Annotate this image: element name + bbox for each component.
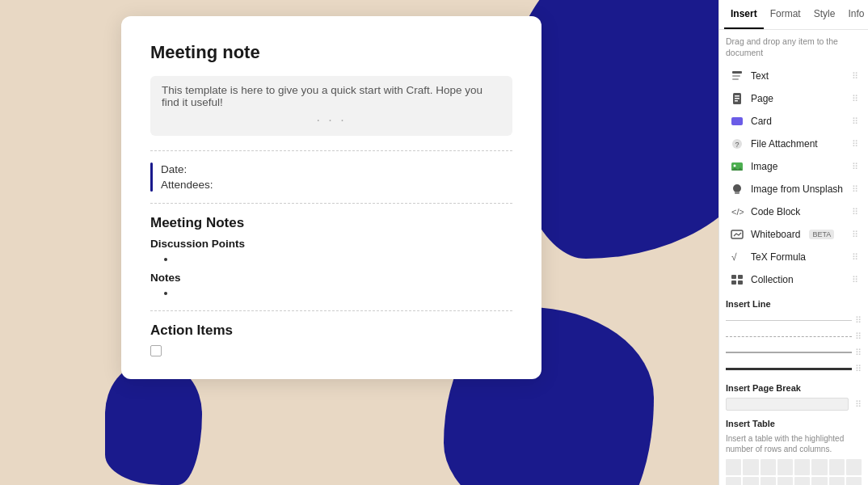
discussion-points-heading: Discussion Points [150, 238, 512, 250]
meeting-notes-heading: Meeting Notes [150, 215, 512, 231]
code-label: Code Block [751, 206, 800, 217]
svg-rect-5 [735, 98, 739, 99]
file-icon: ? [729, 136, 745, 152]
line-medium-preview[interactable] [726, 346, 852, 359]
insert-whiteboard-item[interactable]: Whiteboard BETA ⠿ [726, 223, 862, 246]
table-cell [761, 459, 776, 474]
table-cell [829, 477, 845, 485]
canvas-area: Meeting note This template is here to gi… [0, 0, 718, 485]
unsplash-icon [729, 181, 745, 197]
tab-format[interactable]: Format [764, 0, 807, 29]
line-thick-preview[interactable] [726, 362, 852, 375]
discussion-bullet [176, 253, 512, 265]
drag-hint: Drag and drop any item to the document [726, 36, 862, 58]
line-dotted [726, 336, 852, 337]
insert-file-item[interactable]: ? File Attachment ⠿ [726, 133, 862, 155]
insert-page-break-row: ⠿ [726, 398, 862, 411]
table-cell [777, 459, 793, 474]
drag-handle-image: ⠿ [852, 162, 858, 172]
action-items-heading: Action Items [150, 323, 512, 339]
svg-rect-17 [731, 275, 736, 279]
svg-rect-18 [738, 275, 743, 279]
svg-rect-20 [738, 280, 743, 285]
line-dotted-preview[interactable] [726, 330, 852, 343]
drag-handle-text: ⠿ [852, 71, 858, 82]
svg-rect-0 [732, 71, 742, 74]
tab-info[interactable]: Info [841, 0, 868, 29]
svg-point-12 [733, 184, 741, 192]
line-medium [726, 352, 852, 353]
field-row-date: Date: Attendees: [150, 162, 512, 192]
page-break-preview[interactable] [726, 398, 849, 411]
insert-text-item[interactable]: Text ⠿ [726, 65, 862, 87]
collection-icon [729, 272, 745, 288]
svg-rect-19 [731, 280, 736, 285]
insert-table-grid[interactable] [726, 459, 862, 485]
svg-rect-7 [731, 117, 743, 125]
tab-style[interactable]: Style [807, 0, 842, 29]
insert-line-medium-row: ⠿ [726, 346, 862, 359]
subtitle-dots: · · · [162, 113, 501, 128]
table-cell [794, 477, 810, 485]
insert-page-break-title: Insert Page Break [726, 383, 862, 393]
drag-handle-collection: ⠿ [852, 275, 858, 285]
card-label: Card [751, 116, 772, 127]
svg-rect-6 [735, 100, 738, 102]
unsplash-label: Image from Unsplash [751, 183, 843, 195]
page-icon [729, 91, 745, 107]
insert-line-title: Insert Line [726, 299, 862, 309]
drag-handle-line-thick: ⠿ [855, 364, 862, 374]
insert-unsplash-item[interactable]: Image from Unsplash ⠿ [726, 178, 862, 200]
insert-tex-item[interactable]: √ TeX Formula ⠿ [726, 246, 862, 268]
action-items-section: Action Items [150, 323, 512, 356]
drag-handle-page-break: ⠿ [855, 399, 862, 410]
table-cell [743, 477, 758, 485]
table-cell [829, 459, 845, 474]
table-cell [761, 477, 776, 485]
drag-handle-unsplash: ⠿ [852, 184, 858, 195]
insert-collection-item[interactable]: Collection ⠿ [726, 268, 862, 291]
drag-handle-line-dotted: ⠿ [855, 331, 862, 342]
line-thin-preview[interactable] [726, 314, 852, 327]
svg-rect-2 [732, 78, 739, 80]
insert-image-item[interactable]: Image ⠿ [726, 155, 862, 178]
file-label: File Attachment [751, 138, 818, 150]
attendees-label: Attendees: [161, 179, 213, 191]
text-label: Text [751, 70, 769, 82]
tex-label: TeX Formula [751, 251, 806, 263]
whiteboard-icon [729, 226, 745, 242]
date-label: Date: [161, 163, 213, 175]
subtitle-box: This template is here to give you a quic… [150, 76, 512, 136]
image-label: Image [751, 161, 777, 172]
table-cell [726, 477, 741, 485]
tab-insert[interactable]: Insert [724, 0, 764, 29]
action-checkbox[interactable] [150, 345, 162, 356]
whiteboard-label: Whiteboard [751, 229, 800, 240]
line-thick [726, 368, 852, 370]
insert-page-item[interactable]: Page ⠿ [726, 87, 862, 110]
svg-text:?: ? [735, 141, 739, 149]
table-cell [846, 459, 862, 474]
document-title: Meeting note [150, 42, 512, 63]
drag-handle-page: ⠿ [852, 94, 858, 104]
panel-tabs: Insert Format Style Info [719, 0, 868, 30]
table-cell [846, 477, 862, 485]
table-cell [777, 477, 793, 485]
drag-handle-tex: ⠿ [852, 252, 858, 263]
table-cell [811, 477, 827, 485]
card-icon [729, 113, 745, 129]
drag-handle-whiteboard: ⠿ [852, 230, 858, 240]
divider-1 [150, 150, 512, 151]
text-icon [729, 68, 745, 84]
drag-handle-line-medium: ⠿ [855, 348, 862, 358]
svg-rect-4 [735, 95, 739, 97]
drag-handle-file: ⠿ [852, 139, 858, 150]
code-icon: </> [729, 204, 745, 220]
insert-code-item[interactable]: </> Code Block ⠿ [726, 200, 862, 223]
insert-card-item[interactable]: Card ⠿ [726, 110, 862, 133]
subtitle-text: This template is here to give you a quic… [162, 84, 482, 108]
collection-label: Collection [751, 274, 794, 285]
divider-3 [150, 310, 512, 311]
divider-2 [150, 203, 512, 204]
svg-rect-13 [735, 192, 739, 194]
